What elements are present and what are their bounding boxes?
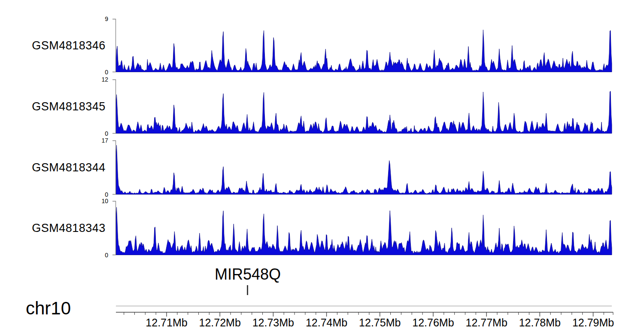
gene-name-label: MIR548Q bbox=[215, 265, 281, 283]
coverage-signal-plot bbox=[103, 201, 614, 255]
axis-tick-label: 12.78Mb bbox=[519, 317, 561, 329]
signal-track-row: GSM4818346 9 0 bbox=[0, 19, 644, 72]
track-label: GSM4818345 bbox=[24, 100, 114, 113]
axis-tick-label: 12.76Mb bbox=[412, 317, 454, 329]
coverage-signal-area bbox=[116, 145, 612, 195]
coverage-signal-area bbox=[116, 207, 612, 255]
axis-tick-label: 12.74Mb bbox=[306, 317, 347, 329]
gene-feature-mark bbox=[247, 285, 248, 295]
signal-track-row: GSM4818343 10 0 bbox=[0, 201, 644, 255]
axis-tick-label: 12.72Mb bbox=[199, 317, 241, 329]
coverage-signal-plot bbox=[103, 19, 614, 72]
y-axis-bracket bbox=[112, 80, 116, 134]
genome-browser-figure: GSM4818346 9 0 GSM4818345 12 0 GSM481834… bbox=[0, 0, 644, 335]
y-axis-bracket bbox=[112, 201, 116, 255]
chromosome-label: chr10 bbox=[26, 298, 71, 319]
axis-tick-label: 12.75Mb bbox=[359, 317, 401, 329]
coverage-signal-plot bbox=[103, 79, 614, 134]
track-label: GSM4818344 bbox=[24, 161, 114, 174]
coverage-signal-area bbox=[116, 30, 612, 72]
signal-track-row: GSM4818345 12 0 bbox=[0, 79, 644, 134]
axis-tick-label: 12.73Mb bbox=[252, 317, 294, 329]
coverage-signal-area bbox=[116, 91, 612, 133]
axis-tick-label: 12.77Mb bbox=[465, 317, 507, 329]
axis-tick-label: 12.79Mb bbox=[572, 317, 614, 329]
track-label: GSM4818346 bbox=[24, 39, 114, 52]
y-axis-bracket bbox=[112, 141, 116, 195]
coverage-signal-plot bbox=[103, 140, 614, 195]
axis-tick-label: 12.71Mb bbox=[146, 317, 187, 329]
y-axis-bracket bbox=[112, 19, 116, 72]
signal-track-row: GSM4818344 17 0 bbox=[0, 140, 644, 195]
track-label: GSM4818343 bbox=[24, 222, 114, 235]
